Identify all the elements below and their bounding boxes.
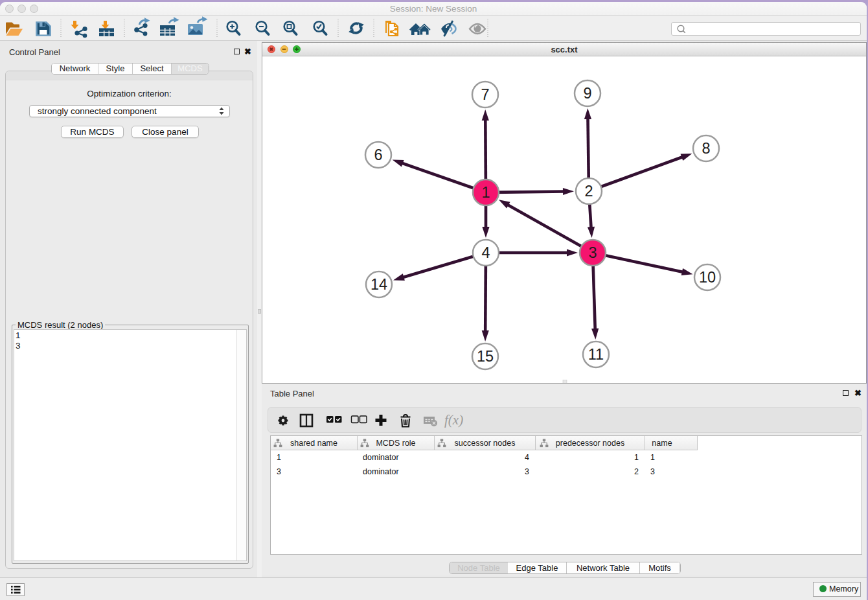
svg-text:4: 4 [481, 244, 490, 261]
svg-text:2: 2 [584, 183, 593, 200]
svg-text:6: 6 [374, 146, 382, 163]
svg-text:11: 11 [588, 346, 604, 363]
svg-text:14: 14 [371, 276, 387, 293]
svg-text:9: 9 [583, 85, 591, 102]
svg-text:3: 3 [588, 244, 597, 261]
svg-text:8: 8 [702, 140, 710, 157]
svg-text:1: 1 [481, 184, 490, 201]
svg-text:10: 10 [699, 269, 716, 286]
svg-text:7: 7 [481, 86, 489, 103]
svg-text:15: 15 [477, 348, 494, 365]
svg-text:f(x): f(x) [444, 412, 463, 428]
